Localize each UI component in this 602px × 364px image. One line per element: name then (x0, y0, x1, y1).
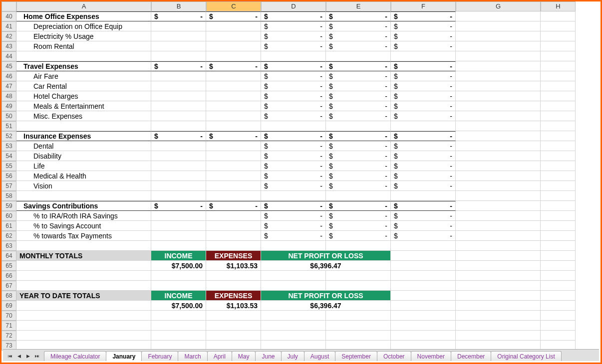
cell[interactable] (16, 121, 151, 131)
sheet-tab-november[interactable]: November (411, 351, 451, 361)
amount-cell[interactable]: $- (261, 101, 326, 111)
cell[interactable] (456, 311, 541, 321)
cell[interactable] (541, 101, 576, 111)
cell[interactable] (456, 121, 541, 131)
cell[interactable] (541, 231, 576, 241)
amount-cell[interactable] (151, 181, 206, 191)
category-label[interactable]: Home Office Expenses (16, 11, 151, 21)
amount-cell[interactable] (151, 31, 206, 41)
amount-cell[interactable]: $- (391, 31, 456, 41)
amount-cell[interactable]: $- (206, 201, 261, 211)
cell[interactable] (456, 291, 541, 301)
row-header-55[interactable]: 55 (1, 161, 16, 171)
cell[interactable] (326, 281, 391, 291)
cell[interactable] (541, 161, 576, 171)
cell[interactable] (326, 271, 391, 281)
cell[interactable] (456, 271, 541, 281)
amount-cell[interactable]: $- (151, 61, 206, 71)
cell[interactable] (261, 121, 326, 131)
amount-cell[interactable]: $- (261, 211, 326, 221)
cell[interactable] (456, 11, 541, 21)
cell[interactable] (206, 121, 261, 131)
cell[interactable] (391, 121, 456, 131)
cell[interactable] (456, 241, 541, 251)
amount-cell[interactable]: $- (261, 91, 326, 101)
row-header-64[interactable]: 64 (1, 251, 16, 261)
amount-cell[interactable]: $- (391, 231, 456, 241)
subcategory-label[interactable]: Meals & Entertainment (16, 101, 151, 111)
cell[interactable] (16, 241, 151, 251)
sheet-tab-mileage-calculator[interactable]: Mileage Calculator (44, 351, 106, 361)
cell[interactable] (541, 151, 576, 161)
amount-cell[interactable]: $- (326, 201, 391, 211)
cell[interactable] (456, 81, 541, 91)
cell[interactable] (456, 131, 541, 141)
amount-cell[interactable]: $- (391, 111, 456, 121)
subcategory-label[interactable]: Hotel Charges (16, 91, 151, 101)
amount-cell[interactable]: $- (261, 41, 326, 51)
amount-cell[interactable]: $- (326, 171, 391, 181)
cell[interactable] (456, 41, 541, 51)
row-header-69[interactable]: 69 (1, 301, 16, 311)
cell[interactable] (456, 201, 541, 211)
cell[interactable] (456, 181, 541, 191)
subcategory-label[interactable]: % to IRA/Roth IRA Savings (16, 211, 151, 221)
amount-cell[interactable]: $- (391, 161, 456, 171)
row-header-47[interactable]: 47 (1, 81, 16, 91)
amount-cell[interactable] (151, 161, 206, 171)
col-header-E[interactable]: E (326, 1, 391, 11)
cell[interactable] (541, 61, 576, 71)
sheet-tab-april[interactable]: April (207, 351, 232, 361)
cell[interactable] (541, 201, 576, 211)
amount-cell[interactable]: $- (326, 141, 391, 151)
amount-cell[interactable]: $- (261, 181, 326, 191)
subcategory-label[interactable]: Car Rental (16, 81, 151, 91)
cell[interactable] (391, 281, 456, 291)
amount-cell[interactable]: $- (261, 131, 326, 141)
amount-cell[interactable]: $- (261, 61, 326, 71)
cell[interactable] (541, 171, 576, 181)
cell[interactable] (261, 51, 326, 61)
amount-cell[interactable] (151, 211, 206, 221)
sheet-tab-september[interactable]: September (335, 351, 377, 361)
cell[interactable] (391, 51, 456, 61)
amount-cell[interactable] (151, 101, 206, 111)
amount-cell[interactable] (151, 41, 206, 51)
subcategory-label[interactable]: Depreciation on Office Equip (16, 21, 151, 31)
amount-cell[interactable]: $- (326, 181, 391, 191)
nav-next-icon[interactable]: ▶ (24, 352, 32, 360)
cell[interactable] (391, 321, 456, 331)
cell[interactable] (456, 161, 541, 171)
amount-cell[interactable]: $- (261, 71, 326, 81)
amount-cell[interactable]: $- (326, 231, 391, 241)
amount-cell[interactable] (206, 31, 261, 41)
amount-cell[interactable]: $- (151, 201, 206, 211)
cell[interactable] (16, 271, 151, 281)
cell[interactable] (541, 141, 576, 151)
cell[interactable] (456, 141, 541, 151)
row-header-43[interactable]: 43 (1, 41, 16, 51)
cell[interactable] (456, 21, 541, 31)
amount-cell[interactable]: $- (391, 101, 456, 111)
row-header-54[interactable]: 54 (1, 151, 16, 161)
cell[interactable] (326, 311, 391, 321)
cell[interactable] (391, 271, 456, 281)
row-header-72[interactable]: 72 (1, 331, 16, 341)
cell[interactable] (391, 261, 456, 271)
row-header-61[interactable]: 61 (1, 221, 16, 231)
subcategory-label[interactable]: Medical & Health (16, 171, 151, 181)
row-header-44[interactable]: 44 (1, 51, 16, 61)
cell[interactable] (541, 111, 576, 121)
cell[interactable] (456, 51, 541, 61)
category-label[interactable]: Insurance Expenses (16, 131, 151, 141)
amount-cell[interactable] (206, 171, 261, 181)
amount-cell[interactable] (151, 151, 206, 161)
cell[interactable] (541, 51, 576, 61)
amount-cell[interactable]: $- (151, 131, 206, 141)
cell[interactable] (391, 291, 456, 301)
nav-last-icon[interactable]: ⏭ (33, 352, 41, 360)
cell[interactable] (261, 241, 326, 251)
cell[interactable] (391, 301, 456, 311)
cell[interactable] (456, 281, 541, 291)
cell[interactable] (456, 251, 541, 261)
